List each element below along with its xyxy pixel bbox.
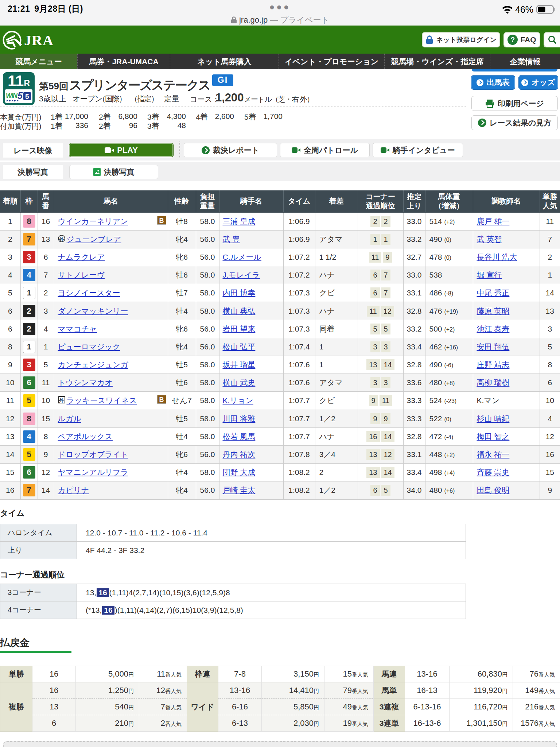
svg-text:5: 5 bbox=[18, 90, 23, 101]
svg-text:46%: 46% bbox=[515, 4, 533, 15]
svg-text:5: 5 bbox=[25, 93, 29, 100]
svg-text:JRA: JRA bbox=[24, 32, 54, 49]
svg-text:WIN: WIN bbox=[6, 92, 18, 99]
